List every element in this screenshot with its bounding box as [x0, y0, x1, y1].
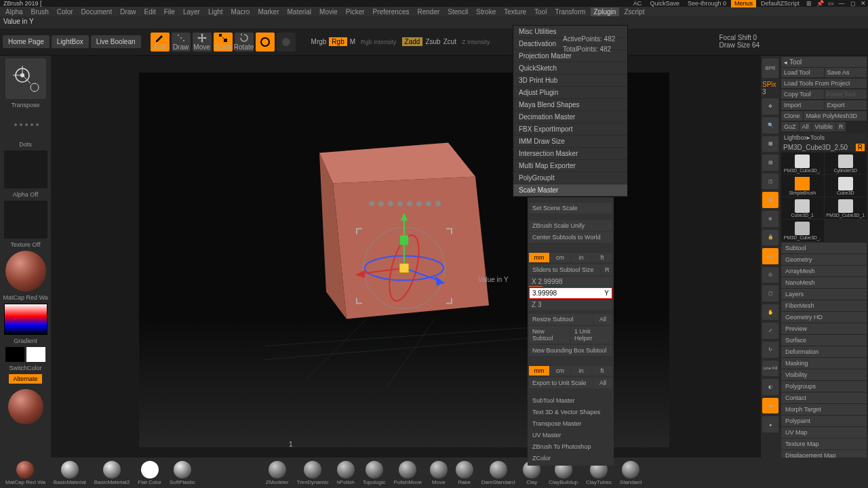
dropdown-multi-map-exporter[interactable]: Multi Map Exporter: [513, 160, 627, 172]
unit-cm[interactable]: cm: [550, 366, 570, 375]
dropdown-3d-print-hub[interactable]: 3D Print Hub: [513, 75, 627, 87]
menu-material[interactable]: Material: [284, 7, 315, 16]
tool-thumb-2[interactable]: SimpleBrush: [781, 175, 824, 197]
menu-transform[interactable]: Transform: [551, 7, 589, 16]
section-nanomesh[interactable]: NanoMesh: [781, 277, 867, 288]
rgb-intensity[interactable]: Rgb Intensity: [361, 39, 397, 45]
material-matcap red wa[interactable]: MatCap Red Wa: [5, 461, 45, 485]
solo-icon[interactable]: ●: [762, 416, 778, 432]
menu-stroke[interactable]: Stroke: [473, 7, 499, 16]
menu-stencil[interactable]: Stencil: [444, 7, 471, 16]
floor-icon[interactable]: ▣: [762, 192, 778, 208]
section-deformation[interactable]: Deformation: [781, 346, 867, 357]
move-cam-icon[interactable]: ✋: [762, 304, 778, 321]
loadproj-button[interactable]: Load Tools From Project: [781, 79, 867, 88]
draw-tool[interactable]: Draw: [172, 33, 191, 52]
local-icon[interactable]: ⊕: [762, 211, 778, 227]
defaultzscript-btn[interactable]: DefaultZScript: [757, 0, 803, 7]
dropdown-subtool-master[interactable]: SubTool Master: [529, 395, 612, 406]
tool-thumb-0[interactable]: PM3D_Cube3D_.: [781, 152, 824, 174]
dropdown-decimation-master[interactable]: Decimation Master: [513, 111, 627, 123]
xyz-icon[interactable]: xyz: [762, 248, 778, 264]
edit-tool[interactable]: Edit: [151, 33, 170, 52]
r-button[interactable]: R: [601, 264, 612, 275]
menu-zscript[interactable]: Zscript: [620, 7, 648, 16]
alpha-slot[interactable]: [4, 150, 47, 188]
pin-icon[interactable]: 📌: [815, 0, 825, 7]
section-arraymesh[interactable]: ArrayMesh: [781, 266, 867, 277]
material-softplastic[interactable]: SoftPlastic: [170, 461, 195, 485]
goz-all-button[interactable]: All: [800, 122, 812, 131]
tool-thumb-6[interactable]: PM3D_Cube3D_.: [781, 220, 824, 241]
copy-button[interactable]: Copy Tool: [781, 89, 824, 99]
goz-r-button[interactable]: R: [836, 122, 846, 131]
menu-macro[interactable]: Macro: [228, 7, 254, 16]
export-all-button[interactable]: All: [593, 378, 612, 388]
menu-draw[interactable]: Draw: [117, 7, 139, 16]
section-geometry-hd[interactable]: Geometry HD: [781, 312, 867, 323]
lightbox-tools[interactable]: Lightbox▸Tools: [781, 133, 867, 142]
transp-icon[interactable]: ◐: [762, 379, 778, 395]
section-surface[interactable]: Surface: [781, 335, 867, 346]
load-tool-button[interactable]: Load Tool: [781, 68, 824, 77]
actual-icon[interactable]: ▦: [762, 136, 778, 152]
clone-button[interactable]: Clone: [781, 111, 803, 121]
section-visibility[interactable]: Visibility: [781, 369, 867, 380]
dropdown-scale-master[interactable]: Scale Master: [513, 184, 627, 197]
tool-thumb-5[interactable]: PM3D_Cube3D_1: [825, 197, 867, 219]
gradient-label[interactable]: Gradient: [14, 338, 37, 344]
scroll-icon[interactable]: ✥: [762, 98, 778, 115]
unit-cm[interactable]: cm: [550, 253, 570, 262]
ac-btn[interactable]: AC: [630, 0, 646, 7]
goz-button[interactable]: GoZ: [781, 122, 799, 131]
zoom-icon[interactable]: 🔍: [762, 117, 778, 134]
dropdown-zcolor[interactable]: ZColor: [529, 453, 612, 464]
sliders-subtool-button[interactable]: Sliders to Subtool Size: [529, 264, 601, 275]
set-scene-scale-button[interactable]: Set Scene Scale: [529, 203, 612, 214]
close-icon[interactable]: ✕: [859, 0, 868, 7]
section-preview[interactable]: Preview: [781, 323, 867, 334]
color-picker[interactable]: [4, 304, 47, 335]
dropdown-adjust-plugin[interactable]: Adjust Plugin: [513, 87, 627, 99]
rotate-tool[interactable]: Rotate: [235, 33, 254, 52]
persp-icon[interactable]: ◫: [762, 174, 778, 190]
linefill-icon[interactable]: Line Fill: [762, 361, 778, 377]
export-tool-button[interactable]: Export: [825, 100, 867, 110]
saveas-button[interactable]: Save As: [825, 68, 867, 77]
unit-in[interactable]: in: [571, 253, 591, 262]
unit-mm[interactable]: mm: [529, 253, 549, 262]
brush-hpolish[interactable]: hPolish: [336, 461, 354, 485]
menu-layer[interactable]: Layer: [180, 7, 203, 16]
liveboolean-button[interactable]: Live Boolean: [91, 35, 141, 48]
seethrough-slider[interactable]: See-through 0: [684, 0, 730, 7]
menu-file[interactable]: File: [161, 7, 178, 16]
menu-preferences[interactable]: Preferences: [370, 7, 413, 16]
move-tool[interactable]: Move: [193, 33, 212, 52]
brush-damstandard[interactable]: DamStandard: [481, 461, 515, 485]
newbbox-button[interactable]: New Bounding Box Subtool: [529, 345, 612, 356]
dropdown-transpose-master[interactable]: Transpose Master: [529, 418, 612, 429]
ghost-icon[interactable]: ◆: [762, 398, 778, 414]
menu-alpha[interactable]: Alpha: [2, 7, 26, 16]
material-basicmaterial2[interactable]: BasicMaterial2: [94, 461, 130, 485]
alternate-button[interactable]: Alternate: [9, 374, 41, 384]
menu-zplugin[interactable]: Zplugin: [591, 7, 620, 16]
menu-picker[interactable]: Picker: [342, 7, 368, 16]
frame2-icon[interactable]: ▢: [762, 285, 778, 302]
brush-topologic[interactable]: Topologic: [363, 461, 386, 485]
restore-icon[interactable]: ▭: [826, 0, 835, 7]
menu-brush[interactable]: Brush: [28, 7, 52, 16]
dots-brush[interactable]: [5, 111, 46, 138]
material-secondary[interactable]: [8, 389, 43, 424]
gizmo-tool[interactable]: [256, 33, 275, 52]
menu-marker[interactable]: Marker: [254, 7, 282, 16]
section-geometry[interactable]: Geometry: [781, 254, 867, 265]
cube-model[interactable]: [299, 122, 509, 373]
unit-in[interactable]: in: [571, 366, 591, 375]
menu-color[interactable]: Color: [54, 7, 77, 16]
export-button[interactable]: Export to Unit Scale: [529, 378, 593, 388]
scale-tool[interactable]: Scale: [214, 33, 233, 52]
dropdown-text-3d-&-vector-shapes[interactable]: Text 3D & Vector Shapes: [529, 407, 612, 418]
section-texture-map[interactable]: Texture Map: [781, 439, 867, 449]
section-uv-map[interactable]: UV Map: [781, 427, 867, 438]
